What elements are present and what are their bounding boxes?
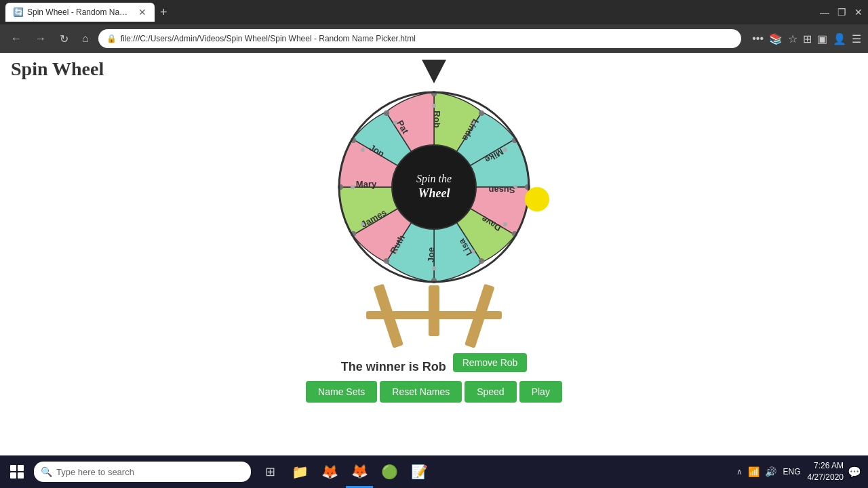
taskbar: 🔍 Type here to search ⊞ 📁 🦊 🦊 🟢 📝 ∧ 📶 🔊 …: [0, 455, 868, 488]
taskview-icon: ⊞: [256, 458, 283, 485]
tab-favicon: 🔄: [14, 7, 23, 17]
svg-text:Joe: Joe: [426, 247, 436, 262]
svg-text:Spin the: Spin the: [416, 173, 452, 185]
wheel-svg[interactable]: Spin the Wheel Rob Linda Mike Susan Dave…: [329, 82, 539, 292]
new-tab-button[interactable]: +: [160, 5, 167, 20]
windows-logo: [10, 465, 24, 479]
nav-right-icons: ••• 📚 ☆ ⊞ ▣ 👤 ☰: [752, 33, 861, 45]
name-sets-button[interactable]: Name Sets: [306, 381, 377, 403]
refresh-button[interactable]: ↻: [56, 30, 73, 48]
explorer-icon: 📁: [286, 458, 313, 485]
word-button[interactable]: 📝: [406, 455, 433, 488]
cursor-indicator: [525, 187, 549, 211]
cortana-button[interactable]: 🟢: [376, 455, 403, 488]
network-icon[interactable]: 📶: [748, 466, 760, 477]
chevron-icon[interactable]: ∧: [736, 467, 743, 476]
svg-point-18: [432, 266, 436, 270]
easel-center-leg: [429, 285, 439, 336]
system-tray: ∧ 📶 🔊: [736, 466, 776, 477]
back-button[interactable]: ←: [7, 30, 26, 47]
search-placeholder: Type here to search: [56, 467, 134, 477]
search-icon: 🔍: [41, 466, 52, 477]
svg-text:Susan: Susan: [488, 185, 515, 195]
svg-point-12: [432, 104, 436, 108]
close-button[interactable]: ✕: [854, 7, 863, 18]
svg-point-22: [361, 148, 365, 152]
svg-point-1: [479, 110, 484, 116]
maximize-button[interactable]: ❐: [837, 7, 846, 18]
svg-text:Wheel: Wheel: [418, 186, 450, 200]
svg-point-5: [479, 258, 484, 264]
winner-row: The winner is Rob Remove Rob: [341, 350, 528, 374]
bookmarks-icon[interactable]: 📚: [769, 33, 783, 45]
svg-text:Rob: Rob: [432, 110, 442, 127]
address-bar[interactable]: 🔒 file:///C:/Users/Admin/Videos/Spin Whe…: [98, 29, 742, 48]
lock-icon: 🔒: [106, 34, 117, 43]
taskbar-right: ∧ 📶 🔊 ENG 7:26 AM 4/27/2020 💬: [736, 460, 868, 483]
clock-time: 7:26 AM: [808, 460, 844, 472]
star-icon[interactable]: ☆: [788, 33, 797, 45]
home-button[interactable]: ⌂: [78, 30, 93, 47]
taskbar-clock[interactable]: 7:26 AM 4/27/2020: [808, 460, 844, 483]
play-button[interactable]: Play: [519, 381, 562, 403]
firefox-active-icon: 🦊: [346, 458, 373, 485]
start-button[interactable]: [0, 455, 34, 488]
winner-text: The winner is Rob: [341, 360, 446, 374]
firefox-icon: 🦊: [316, 458, 343, 485]
firefox-button[interactable]: 🦊: [316, 455, 343, 488]
forward-button[interactable]: →: [31, 30, 50, 47]
taskview-button[interactable]: ⊞: [256, 455, 283, 488]
extensions-icon[interactable]: ⊞: [803, 33, 812, 45]
svg-point-11: [384, 110, 389, 116]
menu-icon[interactable]: ☰: [852, 33, 861, 45]
taskbar-app-icons: ⊞ 📁 🦊 🦊 🟢 📝: [256, 455, 433, 488]
minimize-button[interactable]: —: [820, 7, 829, 18]
wheel-container: Spin the Wheel Rob Linda Mike Susan Dave…: [306, 60, 562, 403]
firefox-active-button[interactable]: 🦊: [346, 455, 373, 488]
page-title: Spin Wheel: [11, 58, 104, 80]
svg-point-7: [384, 258, 389, 264]
reset-names-button[interactable]: Reset Names: [380, 381, 462, 403]
tab-close-button[interactable]: ✕: [138, 7, 146, 18]
explorer-button[interactable]: 📁: [286, 455, 313, 488]
easel: [332, 285, 536, 346]
window-controls: — ❐ ✕: [820, 7, 863, 18]
speed-button[interactable]: Speed: [465, 381, 516, 403]
url-text: file:///C:/Users/Admin/Videos/Spin Wheel…: [121, 34, 734, 43]
profile-icon[interactable]: 👤: [833, 33, 846, 45]
svg-point-21: [351, 185, 355, 189]
svg-text:Mary: Mary: [356, 179, 377, 189]
sidebar-icon[interactable]: ▣: [817, 33, 827, 45]
browser-titlebar: 🔄 Spin Wheel - Random Name P... ✕ + — ❐ …: [0, 0, 868, 24]
remove-winner-button[interactable]: Remove Rob: [453, 353, 528, 372]
browser-navbar: ← → ↻ ⌂ 🔒 file:///C:/Users/Admin/Videos/…: [0, 24, 868, 53]
clock-date: 4/27/2020: [808, 472, 844, 483]
cortana-icon: 🟢: [376, 458, 403, 485]
svg-point-14: [503, 148, 507, 152]
more-options-icon[interactable]: •••: [752, 33, 764, 45]
wheel-pointer: [422, 60, 446, 83]
action-buttons: Name SetsReset NamesSpeedPlay: [306, 381, 562, 403]
tab-title: Spin Wheel - Random Name P...: [27, 7, 134, 17]
volume-icon[interactable]: 🔊: [765, 466, 776, 477]
language-badge[interactable]: ENG: [781, 467, 804, 476]
svg-point-16: [503, 222, 507, 226]
winner-label: The winner is Rob: [341, 360, 446, 373]
word-icon: 📝: [406, 458, 433, 485]
wheel-wrapper[interactable]: Spin the Wheel Rob Linda Mike Susan Dave…: [329, 82, 539, 292]
page-content: Spin Wheel: [0, 53, 868, 455]
browser-tab[interactable]: 🔄 Spin Wheel - Random Name P... ✕: [5, 3, 155, 22]
taskbar-search[interactable]: 🔍 Type here to search: [34, 462, 251, 482]
notification-icon[interactable]: 💬: [848, 466, 861, 479]
